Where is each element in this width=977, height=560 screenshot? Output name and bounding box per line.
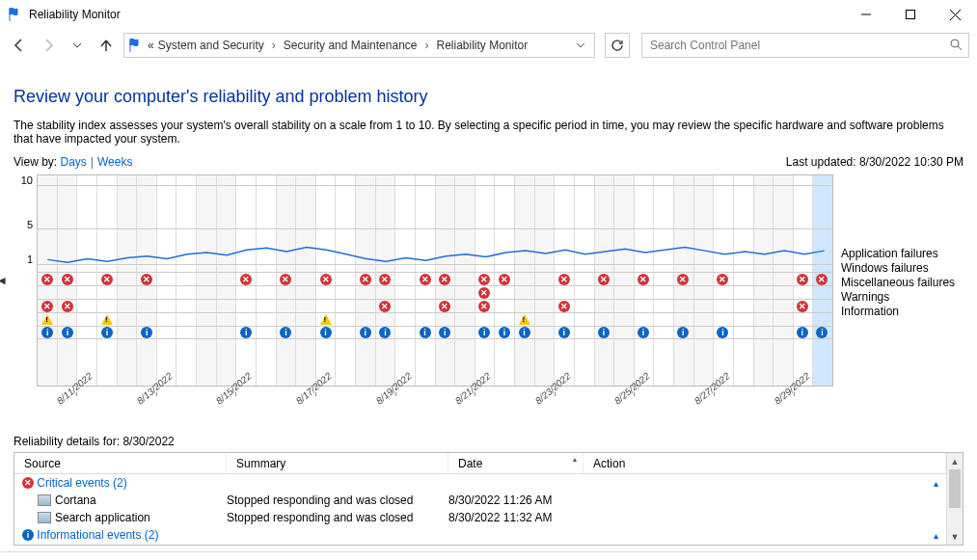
info-icon: i [360,327,371,338]
y-tick: 5 [27,219,33,230]
view-days-link[interactable]: Days [60,155,86,169]
svg-rect-1 [907,11,915,19]
chart-scroll-left[interactable]: ◄ [0,274,8,287]
collapse-icon[interactable]: ▴ [934,478,938,489]
window-title: Reliability Monitor [29,8,121,21]
column-date-label: Date [458,457,482,470]
column-summary[interactable]: Summary [227,453,448,473]
info-icon: i [558,327,570,338]
forward-button[interactable] [37,34,60,57]
close-button[interactable] [933,0,977,29]
search-box[interactable] [641,33,969,58]
error-icon: ✕ [101,274,113,285]
event-row-miscellaneous_failures: ✕✕✕✕✕✕✕ [38,299,832,312]
details-header: Reliability details for: 8/30/2022 [14,435,963,448]
column-action[interactable]: Action [583,453,946,473]
breadcrumb-item[interactable]: Reliability Monitor [436,39,528,52]
error-icon: ✕ [62,301,73,312]
chart-area[interactable]: ✕✕✕✕✕✕✕✕✕✕✕✕✕✕✕✕✕✕✕✕✕✕✕✕✕✕✕✕iiiiiiiiiiii… [37,174,833,387]
chevron-right-icon [268,39,280,52]
group-critical-events[interactable]: ✕ Critical events (2) ▴ [14,474,946,492]
warning-icon [519,314,530,325]
page-heading: Review your computer's reliability and p… [14,87,963,107]
group-label: Critical events (2) [37,476,126,490]
collapse-icon[interactable]: ▴ [934,530,938,541]
group-informational-events[interactable]: i Informational events (2) ▴ [14,526,946,544]
recent-dropdown[interactable] [66,34,89,57]
breadcrumb-item[interactable]: Security and Maintenance [284,39,418,52]
error-icon: ✕ [41,301,53,312]
error-icon: ✕ [478,301,490,312]
error-icon: ✕ [558,274,570,285]
y-tick: 10 [21,174,33,186]
chevron-right-icon [421,39,432,52]
error-icon: ✕ [478,274,490,285]
table-row[interactable]: Search application Stopped responding an… [14,509,946,526]
vertical-scrollbar[interactable]: ▲ ▼ [946,453,963,545]
error-icon: ✕ [439,274,450,285]
search-input[interactable] [648,38,949,53]
info-icon: i [598,327,610,338]
page-description: The stability index assesses your system… [14,119,963,146]
cell-summary: Stopped responding and was closed [227,493,448,507]
svg-point-4 [951,40,959,47]
error-icon: ✕ [360,274,371,285]
back-button[interactable] [8,34,31,57]
nav-row: « System and Security Security and Maint… [0,29,977,62]
error-icon: ✕ [280,274,291,285]
info-icon: i [717,327,728,338]
info-icon: i [677,327,689,338]
chevron-down-icon[interactable] [571,40,590,50]
error-icon: ✕ [677,274,689,285]
maximize-button[interactable] [888,0,933,29]
scrollbar-thumb[interactable] [949,469,961,508]
error-icon: ✕ [638,274,649,285]
breadcrumb-prefix[interactable]: « [148,39,154,52]
info-icon: i [141,327,152,338]
info-icon: i [101,327,113,338]
info-icon: i [816,327,828,338]
scroll-up-button[interactable]: ▲ [947,453,963,469]
x-axis-dates: 8/11/20228/13/20228/15/20228/17/20228/19… [37,392,833,435]
y-tick: 1 [27,253,33,265]
event-row-windows_failures: ✕ [38,285,832,299]
minimize-button[interactable] [844,0,888,29]
error-icon: ✕ [379,274,391,285]
cell-source: Search application [55,511,150,524]
info-icon: i [638,327,649,338]
error-icon: ✕ [797,274,808,285]
table-row[interactable]: Cortana Stopped responding and was close… [14,492,946,509]
info-icon: i [22,529,34,541]
error-icon: ✕ [420,274,431,285]
separator: | [91,155,94,169]
error-icon: ✕ [320,274,332,285]
error-icon: ✕ [240,274,252,285]
column-source[interactable]: Source [14,453,227,473]
up-button[interactable] [95,34,118,57]
view-by-label: View by: [14,155,57,169]
legend-win-failures: Windows failures [841,261,963,276]
event-row-information: iiiiiiiiiiiiiiiiiiiii [38,326,832,339]
warning-icon [41,314,53,325]
reliability-chart: ◄ 10 5 1 ✕✕✕✕✕✕✕✕✕✕✕✕✕✕✕✕✕✕✕✕✕✕✕✕✕✕✕✕iii… [14,174,963,387]
cell-summary: Stopped responding and was closed [227,511,448,524]
cell-date: 8/30/2022 11:26 AM [448,493,583,507]
error-icon: ✕ [478,287,490,299]
breadcrumb-item[interactable]: System and Security [158,39,264,52]
legend-misc-failures: Miscellaneous failures [841,276,963,290]
event-row-application_failures: ✕✕✕✕✕✕✕✕✕✕✕✕✕✕✕✕✕✕✕✕ [38,272,832,285]
error-icon: ✕ [62,274,73,285]
scroll-down-button[interactable]: ▼ [947,528,963,545]
info-icon: i [478,327,490,338]
view-weeks-link[interactable]: Weeks [97,155,132,169]
search-icon[interactable] [949,38,963,54]
column-date[interactable]: Date▴ [448,453,583,473]
error-icon: ✕ [141,274,152,285]
info-icon: i [420,327,431,338]
refresh-button[interactable] [605,33,630,58]
info-icon: i [499,327,510,338]
error-icon: ✕ [499,274,510,285]
error-icon: ✕ [717,274,728,285]
group-label: Informational events (2) [37,528,158,542]
address-bar[interactable]: « System and Security Security and Maint… [123,33,595,58]
